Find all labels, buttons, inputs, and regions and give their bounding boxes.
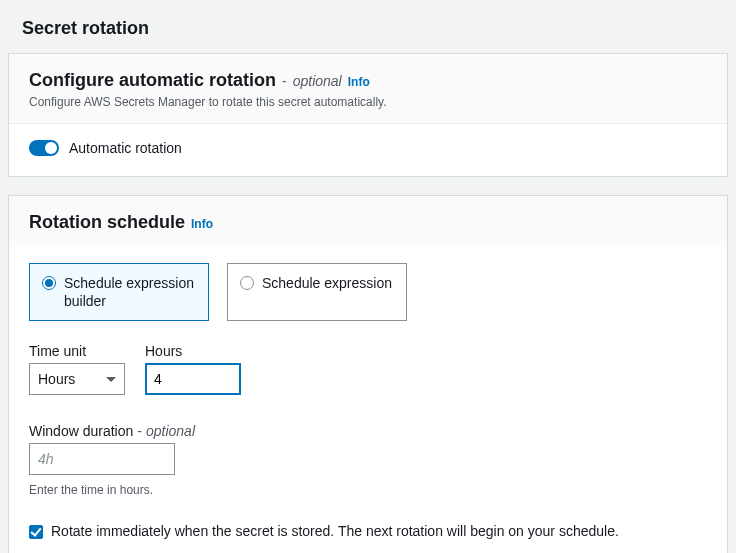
schedule-info-link[interactable]: Info xyxy=(191,217,213,231)
time-unit-label: Time unit xyxy=(29,343,125,359)
window-helper-text: Enter the time in hours. xyxy=(29,483,707,497)
configure-desc: Configure AWS Secrets Manager to rotate … xyxy=(29,95,707,109)
configure-rotation-panel: Configure automatic rotation - optional … xyxy=(8,53,728,177)
tile-expression[interactable]: Schedule expression xyxy=(227,263,407,321)
configure-title: Configure automatic rotation xyxy=(29,70,276,91)
window-duration-label: Window duration xyxy=(29,423,133,439)
rotate-immediately-checkbox[interactable] xyxy=(29,525,43,539)
automatic-rotation-label: Automatic rotation xyxy=(69,140,182,156)
rotation-schedule-panel: Rotation schedule Info Schedule expressi… xyxy=(8,195,728,553)
tile-expression-builder[interactable]: Schedule expression builder xyxy=(29,263,209,321)
automatic-rotation-toggle[interactable] xyxy=(29,140,59,156)
tile-builder-label: Schedule expression builder xyxy=(64,274,196,310)
radio-icon xyxy=(240,276,254,290)
window-duration-input[interactable] xyxy=(29,443,175,475)
configure-info-link[interactable]: Info xyxy=(348,75,370,89)
schedule-mode-tiles: Schedule expression builder Schedule exp… xyxy=(29,263,707,321)
hours-input[interactable] xyxy=(145,363,241,395)
schedule-title: Rotation schedule xyxy=(29,212,185,233)
window-optional-label: optional xyxy=(146,423,195,439)
dash: - xyxy=(282,73,287,89)
optional-label: optional xyxy=(293,73,342,89)
dash: - xyxy=(137,423,142,439)
chevron-down-icon xyxy=(106,377,116,382)
rotate-immediately-label: Rotate immediately when the secret is st… xyxy=(51,523,619,539)
tile-expression-label: Schedule expression xyxy=(262,274,392,292)
radio-icon xyxy=(42,276,56,290)
time-unit-value: Hours xyxy=(38,371,75,387)
page-title: Secret rotation xyxy=(8,0,728,53)
hours-label: Hours xyxy=(145,343,241,359)
time-unit-select[interactable]: Hours xyxy=(29,363,125,395)
